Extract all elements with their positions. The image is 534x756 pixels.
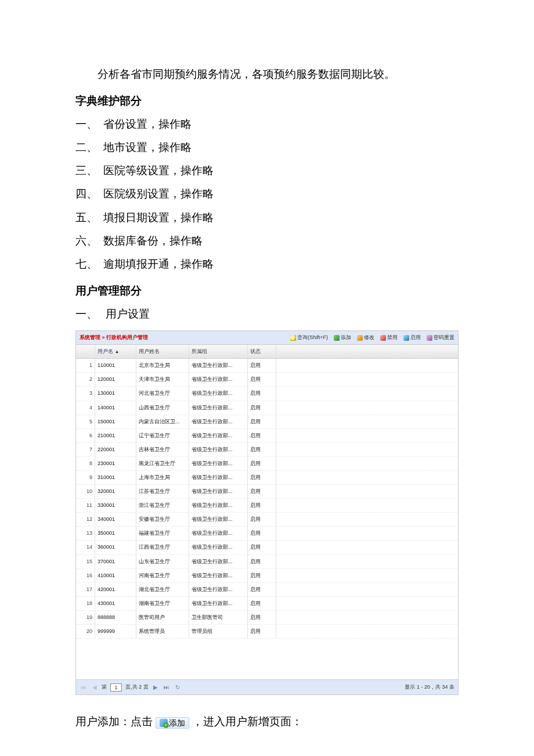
cell-index: 16: [76, 569, 95, 582]
disable-icon: [380, 335, 386, 341]
pager: ⏮ ◀ 第 1 页,共 2 页 ▶ ⏭ ↻ 显示 1 - 20，共 34 条: [76, 679, 458, 694]
cell-name: 山西省卫生厅: [136, 401, 189, 415]
cell-user: 120001: [95, 373, 136, 386]
list-number: 四、: [75, 183, 103, 204]
col-user-header[interactable]: 用户名 ▲: [95, 345, 136, 358]
cell-group: 省级卫生行政部...: [189, 555, 248, 568]
table-row[interactable]: 14360001江西省卫生厅省级卫生行政部...启用: [76, 541, 458, 555]
table-row[interactable]: 4140001山西省卫生厅省级卫生行政部...启用: [76, 401, 458, 415]
list-text: 医院等级设置，操作略: [103, 164, 214, 177]
reset-password-button[interactable]: 密码重置: [427, 333, 454, 343]
table-row[interactable]: 8230001黑龙江省卫生厅省级卫生行政部...启用: [76, 457, 458, 471]
intro-paragraph: 分析各省市同期预约服务情况，各项预约服务数据同期比较。: [75, 64, 459, 85]
list-text: 逾期填报开通，操作略: [103, 258, 214, 270]
user-grid-screenshot: 系统管理 » 行政机构用户管理 查询(Shift+F) 添加 修改 禁用: [75, 330, 459, 695]
cell-status: 启用: [248, 611, 276, 624]
add-button[interactable]: 添加: [334, 333, 351, 343]
cell-index: 13: [76, 527, 95, 540]
table-row[interactable]: 7220001吉林省卫生厅省级卫生行政部...启用: [76, 443, 458, 457]
list-number: 七、: [75, 254, 103, 275]
list-text: 填报日期设置，操作略: [103, 211, 214, 224]
table-row[interactable]: 15370001山东省卫生厅省级卫生行政部...启用: [76, 555, 458, 569]
cell-group: 省级卫生行政部...: [189, 471, 248, 484]
table-row[interactable]: 12340001安徽省卫生厅省级卫生行政部...启用: [76, 513, 458, 527]
cell-user: 999999: [95, 625, 136, 638]
cell-index: 9: [76, 471, 95, 484]
reset-icon: [427, 335, 432, 341]
cell-user: 310001: [95, 471, 136, 484]
cell-name: 江苏省卫生厅: [136, 485, 189, 498]
pager-last-button[interactable]: ⏭: [163, 682, 171, 693]
footer-suffix: ，进入用户新增页面：: [192, 715, 302, 728]
table-row[interactable]: 16410001河南省卫生厅省级卫生行政部...启用: [76, 569, 458, 583]
edit-label: 修改: [364, 333, 374, 343]
cell-user: 230001: [95, 457, 136, 470]
cell-status: 启用: [248, 401, 276, 415]
table-row[interactable]: 6210001辽宁省卫生厅省级卫生行政部...启用: [76, 429, 458, 443]
edit-button[interactable]: 修改: [357, 333, 374, 343]
person-add-icon: [160, 719, 168, 727]
cell-index: 7: [76, 443, 95, 456]
table-row[interactable]: 18430001湖南省卫生厅省级卫生行政部...启用: [76, 597, 458, 611]
table-row[interactable]: 9310001上海市卫生局省级卫生行政部...启用: [76, 471, 458, 485]
col-status-header[interactable]: 状态: [248, 345, 276, 358]
col-name-header[interactable]: 用户姓名: [136, 345, 189, 358]
cell-status: 启用: [248, 569, 276, 582]
table-row[interactable]: 13350001福建省卫生厅省级卫生行政部...启用: [76, 527, 458, 541]
cell-index: 14: [76, 541, 95, 554]
pager-refresh-button[interactable]: ↻: [174, 682, 181, 693]
edit-icon: [357, 335, 363, 341]
table-row[interactable]: 17420001湖北省卫生厅省级卫生行政部...启用: [76, 583, 458, 597]
table-row[interactable]: 10320001江苏省卫生厅省级卫生行政部...启用: [76, 485, 458, 499]
cell-name: 河北省卫生厅: [136, 387, 189, 400]
cell-user: 430001: [95, 597, 136, 610]
table-row[interactable]: 2120001天津市卫生局省级卫生行政部...启用: [76, 373, 458, 387]
cell-index: 1: [76, 359, 95, 372]
cell-group: 省级卫生行政部...: [189, 457, 248, 470]
inline-add-button[interactable]: 添加: [156, 717, 189, 729]
pager-first-button[interactable]: ⏮: [80, 682, 88, 693]
list-number: 五、: [75, 207, 103, 228]
cell-name: 黑龙江省卫生厅: [136, 457, 189, 470]
cell-status: 启用: [248, 415, 276, 429]
cell-status: 启用: [248, 541, 276, 554]
cell-index: 8: [76, 457, 95, 470]
col-group-header[interactable]: 所属组: [189, 345, 248, 358]
cell-name: 吉林省卫生厅: [136, 443, 189, 456]
cell-user: 370001: [95, 555, 136, 568]
cell-group: 省级卫生行政部...: [189, 597, 248, 610]
cell-status: 启用: [248, 457, 276, 470]
cell-index: 15: [76, 555, 95, 568]
cell-group: 省级卫生行政部...: [189, 527, 248, 540]
list-text: 省份设置，操作略: [103, 118, 192, 130]
table-row[interactable]: 19888888医管司用户卫生部医管司启用: [76, 611, 458, 625]
dict-list-item: 二、地市设置，操作略: [75, 137, 459, 158]
pager-prev-button[interactable]: ◀: [91, 682, 98, 693]
dict-list-item: 三、医院等级设置，操作略: [75, 160, 459, 181]
table-row[interactable]: 5150001内蒙古自治区卫...省级卫生行政部...启用: [76, 415, 458, 429]
table-row[interactable]: 11330001浙江省卫生厅省级卫生行政部...启用: [76, 499, 458, 513]
cell-index: 2: [76, 373, 95, 386]
cell-status: 启用: [248, 513, 276, 526]
cell-status: 启用: [248, 429, 276, 442]
enable-button[interactable]: 启用: [403, 333, 421, 343]
table-row[interactable]: 3130001河北省卫生厅省级卫生行政部...启用: [76, 387, 458, 401]
disable-button[interactable]: 禁用: [380, 333, 398, 343]
cell-status: 启用: [248, 597, 276, 610]
dict-list-item: 六、数据库备份，操作略: [75, 231, 459, 251]
table-row[interactable]: 20999999系统管理员管理员组启用: [76, 625, 458, 639]
search-button[interactable]: 查询(Shift+F): [290, 333, 328, 343]
table-row[interactable]: 1110001北京市卫生局省级卫生行政部...启用: [76, 359, 458, 373]
cell-name: 湖北省卫生厅: [136, 583, 189, 596]
inline-add-label: 添加: [169, 719, 185, 727]
pager-page-input[interactable]: 1: [110, 683, 122, 692]
pager-next-button[interactable]: ▶: [152, 682, 159, 693]
cell-user: 420001: [95, 583, 136, 596]
cell-user: 410001: [95, 569, 136, 582]
sort-asc-icon: ▲: [115, 349, 120, 354]
disable-label: 禁用: [387, 333, 398, 343]
footer-line: 用户添加：点击 添加 ，进入用户新增页面：: [75, 711, 459, 732]
search-icon: [290, 335, 296, 341]
breadcrumb: 系统管理 » 行政机构用户管理: [80, 333, 148, 343]
cell-name: 河南省卫生厅: [136, 569, 189, 582]
